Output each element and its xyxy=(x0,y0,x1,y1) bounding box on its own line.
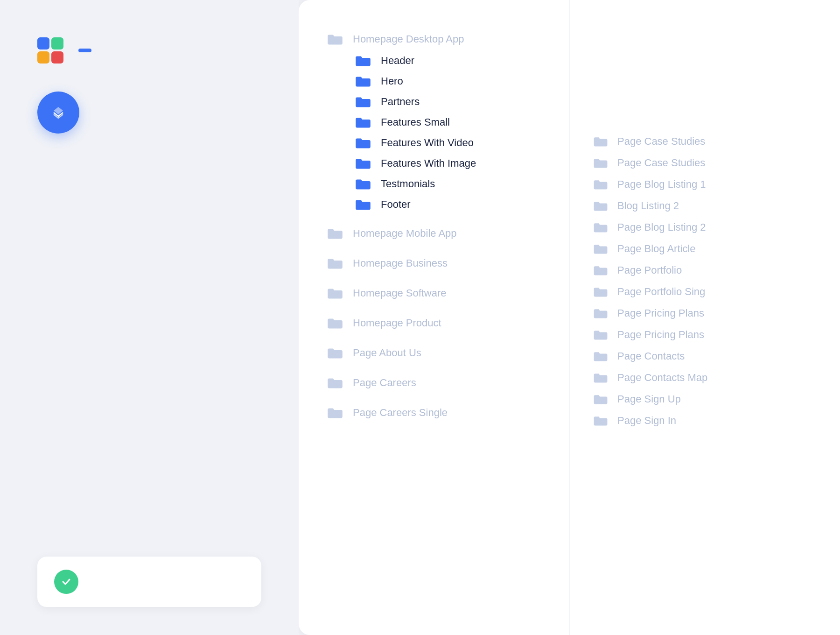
folder-icon-page-pricing-plans-1 xyxy=(593,307,608,319)
left-panel xyxy=(0,0,299,635)
rp-label-blog-listing-2: Blog Listing 2 xyxy=(617,200,679,212)
rp-item-page-blog-listing-2[interactable]: Page Blog Listing 2 xyxy=(593,217,817,238)
layers-icon xyxy=(50,104,67,121)
folder-item-homepage-product[interactable]: Homepage Product xyxy=(327,312,546,334)
folder-icon-features-with-image xyxy=(355,157,371,170)
layers-icon-circle xyxy=(37,92,79,134)
folder-label-page-careers: Page Careers xyxy=(353,377,416,389)
rp-label-page-pricing-plans-1: Page Pricing Plans xyxy=(617,307,704,319)
folder-item-partners[interactable]: Partners xyxy=(327,92,546,112)
folder-item-page-careers[interactable]: Page Careers xyxy=(327,372,546,394)
check-circle xyxy=(54,570,78,594)
folder-icon-hero xyxy=(355,75,371,88)
right-panel[interactable]: Page Case Studies Page Case Studies Page… xyxy=(569,0,840,635)
rp-item-page-blog-listing-1[interactable]: Page Blog Listing 1 xyxy=(593,174,817,195)
logo-row xyxy=(37,37,261,64)
folder-label-hero: Hero xyxy=(381,75,403,87)
folder-item-header[interactable]: Header xyxy=(327,50,546,71)
rp-item-page-blog-article[interactable]: Page Blog Article xyxy=(593,238,817,260)
folder-label-features-with-video: Features With Video xyxy=(381,137,474,149)
folder-icon-page-blog-article xyxy=(593,243,608,255)
bottom-card xyxy=(37,557,261,607)
folder-label-features-with-image: Features With Image xyxy=(381,157,476,169)
folder-icon-page-case-studies-2 xyxy=(593,157,608,169)
rp-label-page-portfolio: Page Portfolio xyxy=(617,264,682,276)
folder-icon-testmonials xyxy=(355,177,371,190)
folder-label-page-about-us: Page About Us xyxy=(353,347,421,359)
folder-icon-homepage-mobile-app xyxy=(327,227,343,240)
folder-icon-page-case-studies-1 xyxy=(593,135,608,148)
folder-label-partners: Partners xyxy=(381,96,420,108)
rp-item-page-pricing-plans-2[interactable]: Page Pricing Plans xyxy=(593,324,817,346)
rp-item-page-pricing-plans-1[interactable]: Page Pricing Plans xyxy=(593,303,817,324)
folder-icon-features-small xyxy=(355,116,371,129)
folder-label-page-careers-single: Page Careers Single xyxy=(353,407,448,419)
folder-icon-blog-listing-2 xyxy=(593,200,608,212)
middle-panel[interactable]: Homepage Desktop App Header Hero Partner… xyxy=(299,0,569,635)
folder-item-hero[interactable]: Hero xyxy=(327,71,546,92)
right-container: Homepage Desktop App Header Hero Partner… xyxy=(299,0,840,635)
folder-item-homepage-desktop-app[interactable]: Homepage Desktop App xyxy=(327,28,546,50)
rp-label-page-blog-listing-1: Page Blog Listing 1 xyxy=(617,178,706,190)
folder-item-footer[interactable]: Footer xyxy=(327,194,546,215)
rp-item-page-portfolio-sing[interactable]: Page Portfolio Sing xyxy=(593,281,817,303)
folder-icon-features-with-video xyxy=(355,136,371,149)
folder-label-header: Header xyxy=(381,55,414,67)
rp-label-page-contacts-map: Page Contacts Map xyxy=(617,372,707,384)
folder-icon-page-pricing-plans-2 xyxy=(593,329,608,341)
folder-icon-homepage-business xyxy=(327,257,343,270)
folder-item-homepage-software[interactable]: Homepage Software xyxy=(327,282,546,304)
folder-item-homepage-mobile-app[interactable]: Homepage Mobile App xyxy=(327,222,546,245)
folder-icon-page-sign-in xyxy=(593,415,608,427)
rp-label-page-case-studies-1: Page Case Studies xyxy=(617,135,705,148)
folder-icon-homepage-desktop-app xyxy=(327,33,343,46)
folder-label-footer: Footer xyxy=(381,198,411,211)
folder-item-features-with-image[interactable]: Features With Image xyxy=(327,153,546,174)
folder-icon-page-blog-listing-1 xyxy=(593,178,608,190)
folder-icon-page-contacts-map xyxy=(593,372,608,384)
folder-icon-page-sign-up xyxy=(593,393,608,405)
version-badge xyxy=(78,49,91,52)
folder-icon-homepage-software xyxy=(327,287,343,300)
rp-item-page-case-studies-2[interactable]: Page Case Studies xyxy=(593,152,817,174)
folder-label-homepage-desktop-app: Homepage Desktop App xyxy=(353,33,464,45)
rp-item-page-sign-up[interactable]: Page Sign Up xyxy=(593,388,817,410)
logo-sq-red xyxy=(51,51,63,64)
folder-item-page-about-us[interactable]: Page About Us xyxy=(327,342,546,364)
folder-icon-page-portfolio xyxy=(593,264,608,276)
rp-item-page-contacts-map[interactable]: Page Contacts Map xyxy=(593,367,817,388)
folder-icon-page-careers-single xyxy=(327,406,343,419)
rp-item-blog-listing-2[interactable]: Blog Listing 2 xyxy=(593,195,817,217)
folder-item-testmonials[interactable]: Testmonials xyxy=(327,174,546,194)
folder-item-page-careers-single[interactable]: Page Careers Single xyxy=(327,402,546,424)
folder-icon-header xyxy=(355,54,371,67)
check-icon xyxy=(60,576,72,588)
folder-label-testmonials: Testmonials xyxy=(381,178,435,190)
folder-icon-partners xyxy=(355,95,371,108)
rp-label-page-contacts: Page Contacts xyxy=(617,350,685,362)
rp-label-page-pricing-plans-2: Page Pricing Plans xyxy=(617,329,704,341)
folder-label-homepage-mobile-app: Homepage Mobile App xyxy=(353,227,457,240)
logo-squares xyxy=(37,37,63,64)
rp-label-page-case-studies-2: Page Case Studies xyxy=(617,157,705,169)
logo-sq-orange xyxy=(37,51,49,64)
folder-icon-page-about-us xyxy=(327,346,343,360)
folder-label-homepage-software: Homepage Software xyxy=(353,287,447,299)
rp-item-page-portfolio[interactable]: Page Portfolio xyxy=(593,260,817,281)
folder-item-features-with-video[interactable]: Features With Video xyxy=(327,133,546,153)
folder-label-features-small: Features Small xyxy=(381,116,450,128)
folder-icon-page-portfolio-sing xyxy=(593,286,608,298)
rp-label-page-sign-up: Page Sign Up xyxy=(617,393,681,405)
rp-item-page-sign-in[interactable]: Page Sign In xyxy=(593,410,817,431)
folder-label-homepage-business: Homepage Business xyxy=(353,257,448,269)
folder-icon-page-careers xyxy=(327,376,343,389)
rp-label-page-blog-article: Page Blog Article xyxy=(617,243,696,255)
logo-sq-blue xyxy=(37,37,49,49)
folder-icon-page-contacts xyxy=(593,350,608,362)
rp-item-page-contacts[interactable]: Page Contacts xyxy=(593,346,817,367)
folder-item-homepage-business[interactable]: Homepage Business xyxy=(327,252,546,275)
folder-item-features-small[interactable]: Features Small xyxy=(327,112,546,133)
folder-label-homepage-product: Homepage Product xyxy=(353,317,441,329)
rp-label-page-portfolio-sing: Page Portfolio Sing xyxy=(617,286,705,298)
rp-item-page-case-studies-1[interactable]: Page Case Studies xyxy=(593,131,817,152)
